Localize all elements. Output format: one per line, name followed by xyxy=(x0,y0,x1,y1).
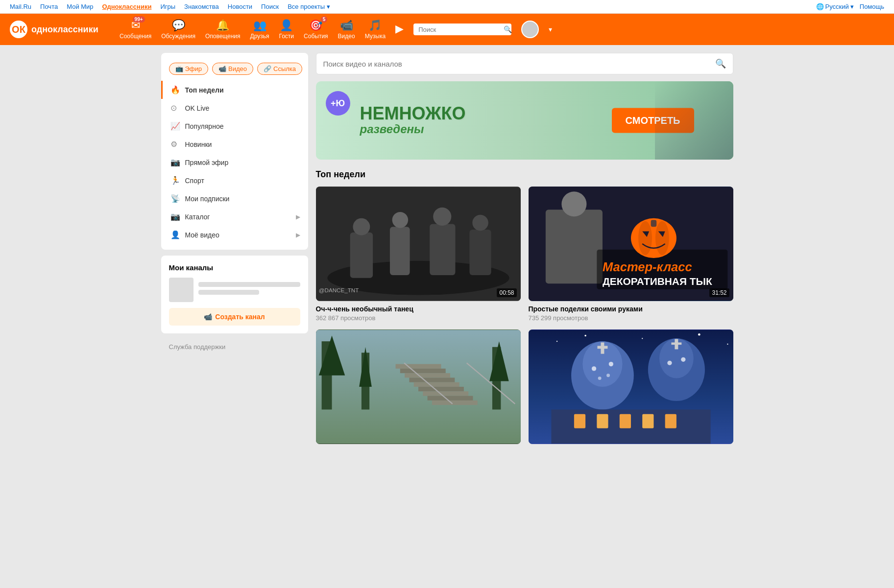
my-channels-title: Мои каналы xyxy=(169,263,300,272)
header-nav-play[interactable]: ▶ xyxy=(395,23,404,36)
svg-rect-54 xyxy=(597,346,607,349)
topnav-moimir[interactable]: Мой Мир xyxy=(67,3,93,10)
main-header: ОК одноклассники ✉ 99+ Сообщения 💬 Обсуж… xyxy=(0,14,894,45)
stairs-thumb-svg xyxy=(316,329,521,444)
header-nav-video[interactable]: 📹 Видео xyxy=(338,19,355,40)
header-nav-events[interactable]: 🎯 5 События xyxy=(304,19,328,40)
topnav-pochta[interactable]: Почта xyxy=(40,3,58,10)
sidebar-item-subscriptions[interactable]: 📡 Мои подписки xyxy=(161,189,308,208)
help-link[interactable]: Помощь xyxy=(860,3,884,10)
banner-subtitle: разведены xyxy=(360,122,466,136)
video-grid: @DANCE_TNT 00:58 Оч-ч-чень необычный тан… xyxy=(316,187,733,448)
svg-point-7 xyxy=(433,208,451,226)
svg-rect-8 xyxy=(469,230,491,275)
video-card-1[interactable]: Мастер-класс ДЕКОРАТИВНАЯ ТЫК xyxy=(529,187,733,322)
svg-point-18 xyxy=(638,221,652,256)
filter-tab-link[interactable]: 🔗 Ссылка xyxy=(257,63,302,75)
video-card-0[interactable]: @DANCE_TNT 00:58 Оч-ч-чень необычный тан… xyxy=(316,187,521,322)
my-video-label: Моё видео xyxy=(185,231,219,239)
sidebar-item-new[interactable]: ⚙ Новинки xyxy=(161,135,308,153)
sidebar-item-catalog[interactable]: 📷 Каталог ▶ xyxy=(161,208,308,226)
video-card-2[interactable] xyxy=(316,329,521,448)
filter-tab-efir[interactable]: 📺 Эфир xyxy=(169,63,209,75)
sidebar-item-popular[interactable]: 📈 Популярное xyxy=(161,117,308,135)
video-card-3[interactable] xyxy=(529,329,733,448)
user-avatar[interactable] xyxy=(521,21,539,38)
header-nav-guests[interactable]: 👤 Гости xyxy=(279,19,294,40)
svg-point-45 xyxy=(698,333,701,336)
svg-text:Мастер-класс: Мастер-класс xyxy=(602,260,692,274)
craft-thumb-svg: Мастер-класс ДЕКОРАТИВНАЯ ТЫК xyxy=(529,187,733,301)
topnav-igry[interactable]: Игры xyxy=(160,3,175,10)
channel-name-line xyxy=(198,282,300,287)
topnav-poisk[interactable]: Поиск xyxy=(261,3,279,10)
sidebar: 📺 Эфир 📹 Видео 🔗 Ссылка 🔥 Топ недели ⊙ xyxy=(161,53,308,448)
sport-icon: 🏃 xyxy=(170,176,180,185)
topnav-znakomstva[interactable]: Знакомства xyxy=(184,3,219,10)
header-search-input[interactable] xyxy=(418,26,501,33)
channel-avatar xyxy=(169,278,193,302)
video-search-input[interactable] xyxy=(323,60,711,68)
messages-label: Сообщения xyxy=(120,33,151,40)
svg-rect-20 xyxy=(651,220,656,227)
user-dropdown-icon[interactable]: ▾ xyxy=(549,25,552,33)
header-nav-discussions[interactable]: 💬 Обсуждения xyxy=(161,19,195,40)
header-nav-messages[interactable]: ✉ 99+ Сообщения xyxy=(120,19,151,40)
sidebar-item-my-video[interactable]: 👤 Моё видео ▶ xyxy=(161,226,308,244)
header-search-bar[interactable]: 🔍 xyxy=(413,24,511,35)
filter-tab-video[interactable]: 📹 Видео xyxy=(212,63,253,75)
video-title-0: Оч-ч-чень необычный танец xyxy=(316,305,521,313)
link-icon: 🔗 xyxy=(264,65,271,72)
svg-rect-64 xyxy=(619,414,630,428)
music-icon: 🎵 xyxy=(368,19,382,32)
subscriptions-icon: 📡 xyxy=(170,194,180,203)
create-channel-button[interactable]: 📹 Создать канал xyxy=(169,308,300,326)
video-thumb-3 xyxy=(529,329,733,444)
topnav-novosti[interactable]: Новости xyxy=(228,3,252,10)
svg-rect-31 xyxy=(400,369,445,373)
svg-point-19 xyxy=(655,221,669,256)
svg-rect-36 xyxy=(423,391,468,396)
sidebar-item-live[interactable]: 📷 Прямой эфир xyxy=(161,153,308,171)
svg-point-5 xyxy=(392,212,408,228)
notifications-icon: 🔔 xyxy=(216,19,229,32)
header-nav-notifications[interactable]: 🔔 Оповещения xyxy=(205,19,241,40)
messages-badge: 99+ xyxy=(133,16,145,23)
notifications-label: Оповещения xyxy=(205,33,241,40)
popular-label: Популярное xyxy=(185,122,224,130)
svg-rect-66 xyxy=(665,414,676,428)
video-search-bar[interactable]: 🔍 xyxy=(316,53,733,74)
sidebar-item-sport[interactable]: 🏃 Спорт xyxy=(161,171,308,189)
support-link[interactable]: Служба поддержки xyxy=(161,339,308,351)
topnav-ok[interactable]: Одноклассники xyxy=(102,3,152,10)
video-views-0: 362 867 просмотров xyxy=(316,314,521,322)
sidebar-item-top-week[interactable]: 🔥 Топ недели xyxy=(161,81,308,99)
svg-rect-63 xyxy=(597,414,608,428)
efir-label: Эфир xyxy=(185,65,202,72)
svg-point-46 xyxy=(727,344,728,345)
video-title-1: Простые поделки своими руками xyxy=(529,305,733,313)
events-icon: 🎯 5 xyxy=(309,19,322,32)
top-week-label: Топ недели xyxy=(185,86,224,94)
svg-rect-6 xyxy=(430,224,455,275)
svg-rect-30 xyxy=(395,364,441,369)
discussions-icon: 💬 xyxy=(172,19,185,32)
section-title: Топ недели xyxy=(316,169,733,180)
sidebar-item-ok-live[interactable]: ⊙ OK Live xyxy=(161,99,308,117)
friends-icon: 👥 xyxy=(253,19,266,32)
svg-point-58 xyxy=(681,357,685,362)
promo-banner[interactable]: +Ю НЕМНОЖКО разведены СМОТРЕТЬ xyxy=(316,81,733,160)
topnav-mailru[interactable]: Mail.Ru xyxy=(10,3,31,10)
svg-point-49 xyxy=(591,366,596,371)
svg-rect-65 xyxy=(642,414,653,428)
topnav-all-projects[interactable]: Все проекты ▾ xyxy=(288,3,330,10)
svg-rect-38 xyxy=(432,400,477,405)
language-selector[interactable]: 🌐 Русский ▾ xyxy=(816,3,854,10)
logo-area[interactable]: ОК одноклассники xyxy=(10,21,108,38)
header-nav-friends[interactable]: 👥 Друзья xyxy=(250,19,269,40)
banner-logo-text: +Ю xyxy=(331,98,345,109)
header-nav-music[interactable]: 🎵 Музыка xyxy=(365,19,386,40)
music-label: Музыка xyxy=(365,33,386,40)
svg-point-43 xyxy=(584,335,586,336)
svg-rect-35 xyxy=(418,387,464,391)
